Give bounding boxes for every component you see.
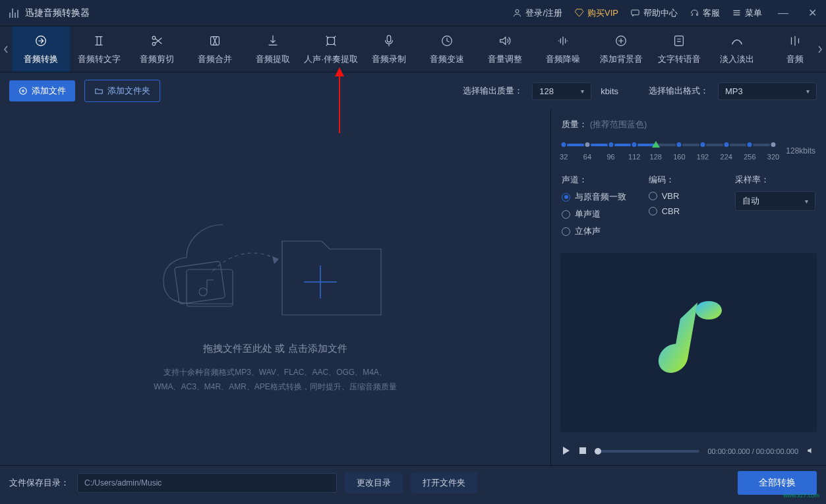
quality-slider[interactable]: 32 64 96 112 128 160 192 224 256 320: [562, 140, 775, 162]
svg-rect-15: [174, 262, 225, 304]
drop-formats: 支持十余种音频格式MP3、WAV、FLAC、AAC、OGG、M4A、 WMA、A…: [154, 366, 397, 394]
output-quality-select[interactable]: 128▾: [532, 82, 591, 100]
titlebar: 迅捷音频转换器 登录/注册 购买VIP 帮助中心 客服 菜单 — ✕: [0, 0, 826, 26]
tool-text-to-speech[interactable]: 文字转语音: [650, 26, 708, 72]
folder-icon: [94, 86, 103, 96]
encode-label: 编码：: [649, 174, 729, 186]
channel-opt-stereo[interactable]: 立体声: [562, 225, 642, 237]
save-dir-input[interactable]: C:/Users/admin/Music: [77, 473, 337, 493]
vocal-icon: [324, 34, 338, 48]
add-file-button[interactable]: 添加文件: [9, 80, 75, 101]
stop-icon: [579, 447, 587, 455]
drop-zone[interactable]: 拖拽文件至此处 或 点击添加文件 支持十余种音频格式MP3、WAV、FLAC、A…: [0, 109, 550, 465]
drop-text: 拖拽文件至此处 或 点击添加文件: [203, 343, 347, 355]
plus-circle-icon: [18, 86, 28, 96]
sample-label: 采样率：: [735, 174, 815, 186]
tts-icon: [672, 34, 686, 48]
convert-icon: [34, 34, 48, 48]
speed-icon: [440, 34, 454, 48]
svg-rect-16: [187, 269, 233, 306]
quality-label: 质量：: [562, 119, 587, 129]
svg-marker-14: [272, 256, 279, 264]
player-volume-button[interactable]: [806, 446, 815, 457]
toolbar-scroll-right[interactable]: [814, 26, 826, 72]
text-icon: [92, 34, 106, 48]
tool-add-bgm[interactable]: 添加背景音: [592, 26, 650, 72]
encode-opt-cbr[interactable]: CBR: [649, 206, 729, 216]
tool-vocal-extract[interactable]: 人声·伴奏提取: [302, 26, 360, 72]
tool-audio-extract[interactable]: 音频提取: [244, 26, 302, 72]
preview-area: [560, 253, 817, 432]
open-folder-button[interactable]: 打开文件夹: [411, 472, 477, 493]
tool-audio-merge[interactable]: 音频合并: [186, 26, 244, 72]
minimize-button[interactable]: —: [774, 7, 792, 19]
fade-icon: [730, 34, 744, 48]
quality-display: 128kbits: [786, 146, 815, 155]
noise-icon: [556, 34, 570, 48]
add-folder-button[interactable]: 添加文件夹: [84, 80, 160, 102]
app-title: 迅捷音频转换器: [25, 7, 90, 19]
app-logo-icon: [9, 9, 18, 18]
output-format-select[interactable]: MP3▾: [718, 82, 817, 100]
scissors-icon: [150, 34, 164, 48]
svg-rect-22: [579, 447, 586, 454]
options-bar: 添加文件 添加文件夹 选择输出质量： 128▾ kbits 选择输出格式： MP…: [0, 72, 826, 109]
tool-noise-reduce[interactable]: 音频降噪: [534, 26, 592, 72]
drop-illustration: [150, 185, 401, 332]
change-dir-button[interactable]: 更改目录: [345, 472, 403, 493]
play-icon: [562, 446, 571, 455]
play-button[interactable]: [562, 446, 571, 457]
tool-audio-convert[interactable]: 音频转换: [12, 26, 70, 72]
speaker-icon: [806, 446, 815, 455]
menu-button[interactable]: 菜单: [732, 7, 762, 19]
settings-panel: 质量： (推荐范围蓝色) 32 64 96 112 128 160 192 22…: [550, 109, 826, 465]
encode-opt-vbr[interactable]: VBR: [649, 191, 729, 201]
user-icon: [512, 8, 522, 18]
chevron-left-icon: [3, 45, 9, 53]
stop-button[interactable]: [579, 447, 587, 457]
audio-player: 00:00:00.000 / 00:00:00.000: [551, 439, 826, 465]
channel-label: 声道：: [562, 174, 642, 186]
svg-marker-12: [335, 67, 344, 76]
music-note-icon: [649, 296, 728, 390]
footer: 文件保存目录： C:/Users/admin/Music 更改目录 打开文件夹 …: [0, 465, 826, 499]
save-dir-label: 文件保存目录：: [9, 477, 69, 489]
chevron-right-icon: [817, 45, 823, 53]
volume-icon: [498, 34, 512, 48]
tool-volume-adjust[interactable]: 音量调整: [476, 26, 534, 72]
annotation-arrow: [333, 67, 346, 135]
sample-rate-select[interactable]: 自动▾: [735, 191, 815, 211]
mic-icon: [382, 34, 396, 48]
close-button[interactable]: ✕: [804, 7, 821, 19]
output-quality-unit: kbits: [601, 86, 618, 96]
svg-rect-7: [387, 35, 391, 42]
buy-vip-button[interactable]: 购买VIP: [574, 7, 618, 19]
output-format-label: 选择输出格式：: [649, 85, 709, 97]
player-time: 00:00:00.000 / 00:00:00.000: [707, 447, 798, 455]
chevron-down-icon: ▾: [806, 88, 810, 95]
watermark-text: www.xz7.com: [783, 492, 819, 499]
main-area: 拖拽文件至此处 或 点击添加文件 支持十余种音频格式MP3、WAV、FLAC、A…: [0, 109, 826, 465]
svg-point-3: [152, 42, 156, 45]
diamond-icon: [574, 8, 584, 18]
svg-point-0: [516, 10, 519, 13]
tool-fade[interactable]: 淡入淡出: [708, 26, 766, 72]
extract-icon: [266, 34, 280, 48]
hamburger-icon: [732, 8, 742, 18]
channel-opt-mono[interactable]: 单声道: [562, 208, 642, 220]
toolbar-scroll-left[interactable]: [0, 26, 12, 72]
svg-point-17: [199, 288, 207, 296]
tool-audio-cut[interactable]: 音频剪切: [128, 26, 186, 72]
help-button[interactable]: 帮助中心: [630, 7, 678, 19]
tool-audio-speed[interactable]: 音频变速: [418, 26, 476, 72]
tool-audio-to-text[interactable]: 音频转文字: [70, 26, 128, 72]
progress-track[interactable]: [595, 450, 699, 453]
tool-audio-record[interactable]: 音频录制: [360, 26, 418, 72]
convert-all-button[interactable]: 全部转换 www.xz7.com: [738, 471, 817, 495]
support-button[interactable]: 客服: [690, 7, 720, 19]
login-button[interactable]: 登录/注册: [512, 7, 562, 19]
chat-icon: [630, 8, 640, 18]
channel-opt-same[interactable]: 与原音频一致: [562, 191, 642, 203]
svg-rect-10: [675, 36, 684, 45]
merge-icon: [208, 34, 222, 48]
